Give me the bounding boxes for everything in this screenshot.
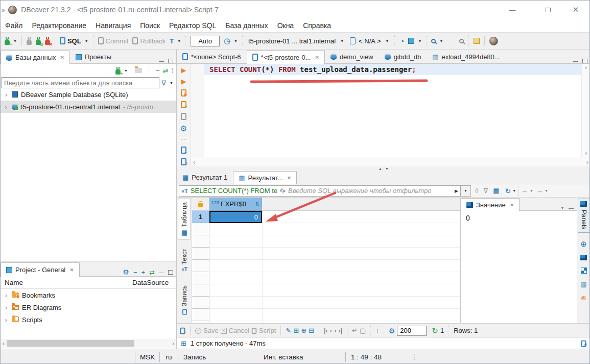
view-menu-icon[interactable]: ▼: [560, 206, 564, 210]
menu-database[interactable]: База данных: [221, 19, 272, 32]
tree-item-bookmarks[interactable]: › Bookmarks: [1, 289, 176, 301]
collapse-all-button[interactable]: −: [133, 269, 137, 276]
export-from-query-button[interactable]: →: [181, 147, 186, 154]
locale-indicator[interactable]: ru: [159, 352, 178, 362]
refresh-icon-button[interactable]: ↻: [432, 327, 438, 334]
refresh-button[interactable]: ↻: [505, 187, 511, 195]
open-perspective-button[interactable]: [471, 37, 482, 45]
new-connection-button[interactable]: + ▼: [3, 36, 19, 46]
chevron-down-icon[interactable]: ▼: [530, 189, 533, 192]
tree-item-sample-database[interactable]: › DBeaver Sample Database (SQLite): [1, 88, 176, 101]
sash-up-icon[interactable]: ▲: [379, 167, 382, 171]
presentation-tab-text[interactable]: Текст «T: [178, 249, 191, 272]
search-metadata-button[interactable]: ▼: [429, 38, 445, 44]
chevron-down-icon[interactable]: ▼: [512, 189, 516, 192]
view-menu-button[interactable]: ⁞: [171, 67, 173, 75]
chevron-right-icon[interactable]: ›: [4, 91, 9, 99]
tab-databases[interactable]: Базы данных ✕: [1, 51, 70, 64]
global-search-button[interactable]: [457, 38, 466, 44]
tree-item-scripts[interactable]: › Scripts: [1, 313, 176, 326]
save-button[interactable]: ✓ Save: [195, 327, 219, 334]
last-row-button[interactable]: ›|: [338, 327, 342, 334]
scroll-left-icon[interactable]: ‹: [3, 339, 5, 347]
minimize-view-button[interactable]: [159, 60, 164, 62]
next-row-button[interactable]: ›: [334, 327, 336, 334]
apply-filter-icon[interactable]: ▶: [455, 188, 458, 193]
commit-button[interactable]: Commit: [96, 36, 131, 46]
value-content[interactable]: 0: [461, 211, 577, 323]
duplicate-row-button[interactable]: ⊕: [301, 327, 306, 334]
filter-settings-button[interactable]: ▦: [493, 187, 499, 194]
commit-mode-selector[interactable]: Auto: [191, 36, 220, 46]
execute-script-new-button[interactable]: +: [181, 101, 186, 108]
close-icon[interactable]: ✕: [60, 55, 64, 60]
menu-file[interactable]: Файл: [1, 19, 27, 32]
menu-sql-editor[interactable]: Редактор SQL: [164, 19, 221, 32]
column-header-expr0[interactable]: 123 EXPR$0 ⇅: [209, 198, 262, 211]
maximize-view-button[interactable]: [168, 270, 173, 275]
scroll-up-icon[interactable]: ∧: [585, 65, 588, 70]
transaction-history-button[interactable]: ◷ ▼: [222, 35, 240, 46]
maximize-button[interactable]: [536, 1, 560, 19]
scroll-right-icon[interactable]: ›: [586, 158, 588, 166]
tree-item-er-diagrams[interactable]: › ER Diagrams: [1, 301, 176, 313]
chevron-down-icon[interactable]: ▼: [545, 189, 548, 192]
collapse-all-button[interactable]: −: [156, 67, 160, 75]
gear-icon-button[interactable]: ⚙: [123, 268, 129, 276]
schema-selector[interactable]: < N/A > ▼: [347, 36, 392, 46]
editor-vscrollbar[interactable]: ∧ ∨: [581, 64, 590, 157]
chevron-right-icon[interactable]: ›: [4, 304, 9, 311]
tab-result-1[interactable]: ▦ Результат 1: [177, 171, 233, 184]
tab-value[interactable]: Значение ✕: [461, 198, 520, 211]
horizontal-scrollbar[interactable]: ‹ ›: [1, 339, 176, 348]
open-in-window-button[interactable]: ●: [180, 327, 185, 334]
copy-status-button[interactable]: ↺: [581, 340, 586, 347]
calc-panel-button[interactable]: [581, 268, 587, 274]
connection-selector[interactable]: t5-prostore-01 ... tral1.internal ▼: [245, 36, 347, 46]
menu-help[interactable]: Справка: [298, 19, 336, 32]
reconnect-button[interactable]: ↻: [34, 36, 43, 46]
execute-script-button[interactable]: ▶: [181, 89, 186, 96]
maximize-view-button[interactable]: [582, 59, 587, 63]
status-overflow-icon[interactable]: ⋮: [406, 352, 423, 362]
execute-statement-button[interactable]: ▶: [181, 67, 186, 74]
overflow-icon[interactable]: »: [2, 7, 5, 13]
maximize-view-button[interactable]: [168, 59, 173, 63]
minimize-view-button[interactable]: [159, 272, 164, 273]
eraser-icon-button[interactable]: ◊: [475, 187, 478, 194]
expand-all-button[interactable]: +: [141, 269, 146, 276]
filter-history-dropdown[interactable]: ▼: [461, 185, 471, 197]
timezone-indicator[interactable]: MSK: [135, 352, 159, 362]
presentation-tab-grid[interactable]: Таблица ▦: [178, 199, 191, 239]
transaction-log-button[interactable]: T ▼: [168, 36, 183, 46]
filter-input[interactable]: «T SELECT COUNT(*) FROM te ⇄ Введите SQL…: [179, 185, 461, 197]
tab-project-general[interactable]: Project - General ✕: [1, 262, 80, 277]
presentation-tab-record[interactable]: Запись: [178, 285, 191, 316]
prev-row-button[interactable]: ‹: [330, 327, 332, 334]
gear-icon-button[interactable]: ⚙: [389, 327, 395, 334]
chevron-right-icon[interactable]: ›: [4, 316, 9, 324]
switch-presentation-button[interactable]: ▢: [360, 327, 366, 334]
tab-projects[interactable]: Проекты: [70, 50, 117, 63]
tab-script-7[interactable]: *<t5-prostore-0... ✕: [247, 50, 325, 64]
value-panel-button[interactable]: [580, 255, 587, 260]
edit-row-button[interactable]: ✎: [286, 327, 291, 334]
grid-corner-cell[interactable]: [192, 198, 209, 211]
chevron-right-icon[interactable]: ›: [4, 103, 9, 111]
sql-editor-button[interactable]: SQL ▼: [58, 36, 90, 46]
tab-gibdd-db[interactable]: gibdd_db: [379, 50, 427, 63]
sash-down-icon[interactable]: ▼: [385, 167, 389, 171]
empty-grid-body[interactable]: [209, 223, 460, 323]
gear-icon-button[interactable]: ⚙: [180, 125, 187, 132]
row-header-1[interactable]: 1: [192, 211, 209, 223]
dashboard-button[interactable]: ◔: [397, 36, 406, 46]
expand-icon[interactable]: ⇄: [278, 186, 287, 195]
sql-editor[interactable]: ▶ ▶ ▶ + ⚙ ···· → ! SELECT COUNT(*) FROM …: [177, 64, 590, 166]
dbeaver-perspective-button[interactable]: [487, 36, 500, 46]
delete-row-button[interactable]: ⊟: [309, 327, 314, 334]
filter-config-button[interactable]: ∇ ▼: [159, 78, 175, 88]
first-row-button[interactable]: |‹: [324, 327, 328, 334]
sort-filter-icon[interactable]: ⇅: [255, 201, 259, 207]
close-button[interactable]: ✕: [564, 1, 587, 19]
fetch-size-input[interactable]: [397, 326, 427, 336]
